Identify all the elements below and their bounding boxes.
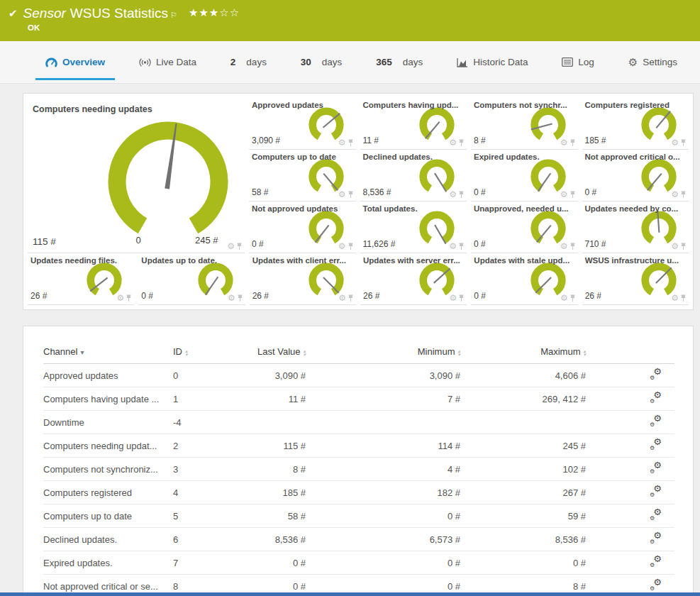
live-data-icon <box>139 57 151 67</box>
gauge-not-approved-critical[interactable]: Not approved critical o...0 #⚙ <box>582 150 689 202</box>
gauge-declined-updates[interactable]: Declined updates.8,536 #⚙ <box>360 150 467 202</box>
pin-icon[interactable] <box>570 191 576 199</box>
gauge-scale-max: 245 # <box>195 235 218 245</box>
channel-settings-icon[interactable]: ⚙⚙ <box>650 509 662 520</box>
pin-icon[interactable] <box>570 139 576 147</box>
channel-settings-icon[interactable]: ⚙⚙ <box>650 580 662 590</box>
gear-icon[interactable]: ⚙ <box>560 138 568 147</box>
pin-icon[interactable] <box>458 191 465 199</box>
pin-icon[interactable] <box>126 294 132 302</box>
gauge-updates-needing-files[interactable]: Updates needing files.26 #⚙ <box>28 253 134 305</box>
tab-log[interactable]: Log <box>557 41 599 83</box>
channel-settings-icon[interactable]: ⚙⚙ <box>650 463 662 473</box>
gauge-updates-client-errors[interactable]: Updates with client err...26 #⚙ <box>250 253 356 305</box>
gauge-wsus-infrastructure[interactable]: WSUS infrastructure u...26 #⚙ <box>582 253 689 305</box>
pin-icon[interactable] <box>458 294 465 302</box>
gear-icon[interactable]: ⚙ <box>671 138 679 147</box>
gauge-unapproved-needed[interactable]: Unapproved, needed u...0 #⚙ <box>471 202 578 253</box>
gauge-updates-needed-by-computers[interactable]: Updates needed by co...710 #⚙ <box>582 202 689 253</box>
gauge-not-approved-updates[interactable]: Not approved updates0 #⚙ <box>249 202 356 253</box>
table-row[interactable]: Declined updates.68,536 #6,573 #8,536 #⚙… <box>43 528 674 551</box>
gear-icon[interactable]: ⚙ <box>671 242 679 250</box>
flag-icon[interactable]: ⚐ <box>170 11 177 20</box>
table-row[interactable]: Expired updates.70 #0 #0 #⚙⚙ <box>43 551 674 575</box>
pin-icon[interactable] <box>680 294 687 302</box>
pin-icon[interactable] <box>680 191 687 199</box>
table-row[interactable]: Approved updates03,090 #3,090 #4,606 #⚙⚙ <box>43 364 674 387</box>
gear-icon[interactable]: ⚙ <box>338 294 346 302</box>
tab-30-days[interactable]: 30days <box>296 41 347 83</box>
table-row[interactable]: Computers having update ...111 #7 #269, … <box>43 387 674 411</box>
pin-icon[interactable] <box>237 294 243 302</box>
table-row[interactable]: Computers registered4185 #182 #267 #⚙⚙ <box>43 481 674 504</box>
pin-icon[interactable] <box>680 139 687 147</box>
gear-icon[interactable]: ⚙ <box>227 242 235 250</box>
gear-icon[interactable]: ⚙ <box>449 190 457 199</box>
tab-bar: Overview Live Data 2days 30days 365days … <box>0 41 700 84</box>
col-header-minimum[interactable]: Minimum▴▾ <box>310 341 465 364</box>
channel-settings-icon[interactable]: ⚙⚙ <box>650 392 662 403</box>
gear-icon[interactable]: ⚙ <box>560 190 568 199</box>
sort-desc-icon: ▾ <box>80 348 84 356</box>
status-badge: OK <box>28 23 691 32</box>
pin-icon[interactable] <box>348 139 354 147</box>
gauge-approved-updates[interactable]: Approved updates3,090 #⚙ <box>249 98 356 150</box>
pin-icon[interactable] <box>570 294 576 302</box>
tab-overview[interactable]: Overview <box>41 41 109 83</box>
priority-stars[interactable]: ★★★☆☆ <box>189 6 240 19</box>
gear-icon[interactable]: ⚙ <box>338 138 346 147</box>
gear-icon[interactable]: ⚙ <box>449 242 457 250</box>
gear-icon[interactable]: ⚙ <box>338 242 346 250</box>
gauge-total-updates[interactable]: Total updates.11,626 #⚙ <box>360 202 467 253</box>
pin-icon[interactable] <box>348 243 354 250</box>
tab-settings[interactable]: ⚙ Settings <box>624 41 682 83</box>
log-icon <box>562 57 573 67</box>
tab-2-days[interactable]: 2days <box>226 41 271 83</box>
pin-icon[interactable] <box>458 243 465 250</box>
pin-icon[interactable] <box>570 243 576 250</box>
gear-icon[interactable]: ⚙ <box>450 294 457 302</box>
gear-icon[interactable]: ⚙ <box>117 294 125 302</box>
gauge-updates-server-errors[interactable]: Updates with server err...26 #⚙ <box>360 253 467 305</box>
gauge-computers-not-synchronized[interactable]: Computers not synchr...8 #⚙ <box>471 98 578 150</box>
gear-icon[interactable]: ⚙ <box>338 190 346 199</box>
col-header-id[interactable]: ID▴▾ <box>173 341 239 364</box>
col-header-channel[interactable]: Channel▾ <box>43 341 173 364</box>
tab-365-days[interactable]: 365days <box>372 41 427 83</box>
table-row[interactable]: Downtime-4⚙⚙ <box>43 411 674 434</box>
gear-icon[interactable]: ⚙ <box>449 138 457 147</box>
channel-settings-icon[interactable]: ⚙⚙ <box>650 416 662 426</box>
gear-icon[interactable]: ⚙ <box>560 242 568 250</box>
channel-settings-icon[interactable]: ⚙⚙ <box>650 369 662 380</box>
pin-icon[interactable] <box>458 139 465 147</box>
channel-settings-icon[interactable]: ⚙⚙ <box>650 556 662 567</box>
gear-icon[interactable]: ⚙ <box>228 294 235 302</box>
pin-icon[interactable] <box>348 191 354 199</box>
stars-empty: ☆☆ <box>219 6 240 18</box>
table-row[interactable]: Computers up to date558 #0 #59 #⚙⚙ <box>43 504 674 528</box>
gauge-computers-having-updates[interactable]: Computers having upd...11 #⚙ <box>360 98 467 150</box>
gauge-computers-up-to-date[interactable]: Computers up to date58 #⚙ <box>249 150 356 202</box>
tab-historic-data[interactable]: Historic Data <box>452 41 532 83</box>
gauge-updates-up-to-date[interactable]: Updates up to date.0 #⚙ <box>138 253 245 305</box>
pin-icon[interactable] <box>236 243 243 250</box>
table-row[interactable]: Computers not synchroniz...38 #4 #102 #⚙… <box>43 458 674 481</box>
col-header-maximum[interactable]: Maximum▴▾ <box>465 341 590 364</box>
gear-icon[interactable]: ⚙ <box>560 294 568 302</box>
gauge-updates-stale[interactable]: Updates with stale upd...0 #⚙ <box>471 253 577 305</box>
col-header-last-value[interactable]: Last Value▴▾ <box>239 341 310 364</box>
gear-icon[interactable]: ⚙ <box>671 294 679 302</box>
gauge-dial: 0 245 # <box>97 114 239 248</box>
channel-settings-icon[interactable]: ⚙⚙ <box>650 439 662 450</box>
gear-icon[interactable]: ⚙ <box>671 190 679 199</box>
channels-table-panel: Channel▾ ID▴▾ Last Value▴▾ Minimum▴▾ Max… <box>23 326 694 596</box>
channel-settings-icon[interactable]: ⚙⚙ <box>650 533 662 543</box>
gauge-primary-computers-needing-updates[interactable]: Computers needing updates 0 245 # 115 # … <box>28 98 245 253</box>
gauge-computers-registered[interactable]: Computers registered185 #⚙ <box>582 98 689 150</box>
pin-icon[interactable] <box>348 294 354 302</box>
table-row[interactable]: Computers needing updat...2115 #114 #245… <box>43 434 674 458</box>
pin-icon[interactable] <box>680 243 687 250</box>
channel-settings-icon[interactable]: ⚙⚙ <box>650 486 662 497</box>
gauge-expired-updates[interactable]: Expired updates.0 #⚙ <box>471 150 578 202</box>
tab-live-data[interactable]: Live Data <box>135 41 201 83</box>
